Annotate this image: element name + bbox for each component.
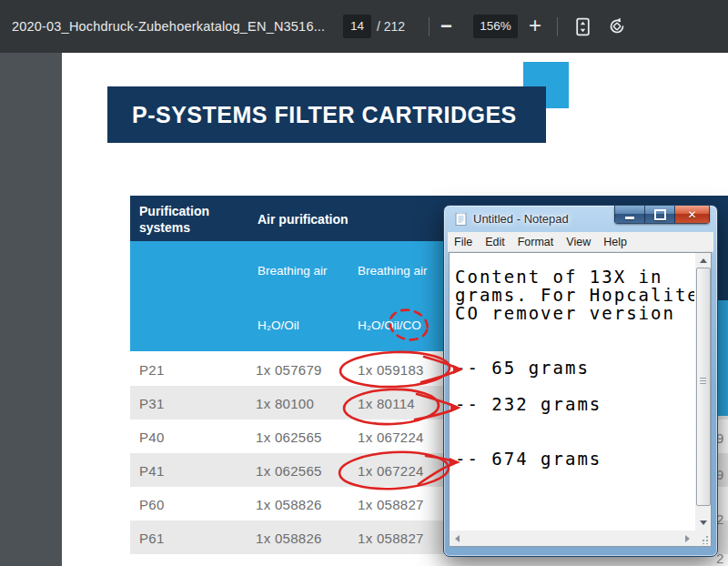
menu-view[interactable]: View [560, 236, 597, 248]
cell-part-number: 1x 067224 [358, 429, 424, 444]
scroll-up-button[interactable] [695, 253, 711, 268]
cell-part-number: 1x 80114 [358, 395, 415, 410]
arrow-left-icon [455, 535, 460, 542]
zoom-in-button[interactable]: + [529, 15, 541, 36]
screen: 2020-03_Hochdruck-Zubehoerkatalog_EN_N35… [0, 0, 728, 566]
cell-part-number: 1x 058826 [256, 530, 322, 545]
thumb-grip [700, 378, 706, 385]
maximize-icon [654, 209, 666, 220]
page-title: P-SYSTEMS FILTER CARTRIDGES [107, 102, 517, 128]
resize-grip[interactable] [700, 535, 709, 544]
vertical-scrollbar[interactable] [695, 253, 711, 531]
toolbar-divider [429, 17, 430, 36]
cell-part-number: 1x 057679 [256, 361, 322, 377]
fit-to-page-button[interactable] [571, 15, 593, 37]
menu-file[interactable]: File [448, 236, 479, 248]
window-controls: ✕ [614, 206, 710, 224]
column-header: Air purification [258, 211, 349, 227]
cell-system: P41 [139, 462, 165, 478]
notepad-titlebar[interactable]: Untitled - Notepad ✕ [444, 206, 717, 232]
close-button[interactable]: ✕ [675, 206, 710, 224]
cell-part-number: 1x 062565 [256, 462, 322, 478]
fit-to-page-icon [573, 17, 592, 36]
vertical-scrollbar-thumb[interactable] [696, 268, 711, 506]
cell-system: P31 [139, 395, 165, 410]
minimize-icon [625, 217, 634, 219]
notepad-icon [453, 211, 469, 227]
window-title: Untitled - Notepad [473, 206, 569, 232]
subheader-label: H₂O/Oil [258, 318, 299, 332]
subheader-label: Breathing air [258, 264, 328, 278]
rotate-button[interactable] [606, 15, 628, 37]
scroll-left-button[interactable] [450, 531, 465, 546]
cell-system: P40 [139, 429, 165, 444]
subheader-label: Breathing air [358, 264, 428, 278]
cell-system: P21 [139, 361, 165, 377]
arrow-up-icon [700, 258, 707, 263]
cell-part-number: 1x 058827 [358, 530, 424, 545]
menu-help[interactable]: Help [597, 236, 633, 248]
notepad-window: Untitled - Notepad ✕ File Edit Format Vi… [443, 205, 718, 557]
page-total-label: / 212 [377, 19, 405, 34]
scroll-down-button[interactable] [695, 515, 711, 531]
arrow-right-icon [685, 535, 690, 542]
subheader-label: H₂O/Oil/CO [358, 318, 421, 332]
notepad-client-area: Content of 13X in grams. For Hopcalite C… [449, 252, 712, 547]
menu-format[interactable]: Format [511, 236, 561, 248]
pdf-filename: 2020-03_Hochdruck-Zubehoerkatalog_EN_N35… [12, 19, 325, 34]
horizontal-scrollbar[interactable] [450, 531, 695, 546]
cell-part-number: 1x 059183 [358, 361, 424, 377]
cell-system: P61 [139, 530, 165, 545]
title-banner: P-SYSTEMS FILTER CARTRIDGES [107, 86, 546, 143]
zoom-level-display: 156% [473, 15, 518, 38]
scrollbar-corner [695, 531, 711, 546]
notepad-menubar: File Edit Format View Help [448, 232, 713, 252]
cell-part-number: 1x 067224 [358, 462, 424, 478]
cell-part-number: 1x 80100 [256, 395, 314, 410]
page-number-input[interactable]: 14 [343, 15, 371, 38]
pdf-toolbar: 2020-03_Hochdruck-Zubehoerkatalog_EN_N35… [0, 0, 728, 53]
arrow-down-icon [700, 521, 707, 525]
scroll-right-button[interactable] [680, 531, 695, 546]
column-header: Purification systems [139, 203, 235, 236]
cell-part-number: 1x 062565 [256, 429, 322, 444]
toolbar-divider [557, 17, 558, 36]
close-icon: ✕ [687, 208, 696, 221]
cell-part-number: 1x 058827 [358, 496, 424, 511]
cell-part-number: 1x 058826 [256, 496, 322, 511]
maximize-button[interactable] [645, 206, 675, 224]
notepad-text[interactable]: Content of 13X in grams. For Hopcalite C… [450, 253, 694, 530]
minimize-button[interactable] [614, 206, 645, 224]
cell-system: P60 [139, 496, 165, 511]
menu-edit[interactable]: Edit [479, 236, 511, 248]
zoom-out-button[interactable]: − [440, 16, 452, 36]
rotate-icon [607, 16, 627, 36]
